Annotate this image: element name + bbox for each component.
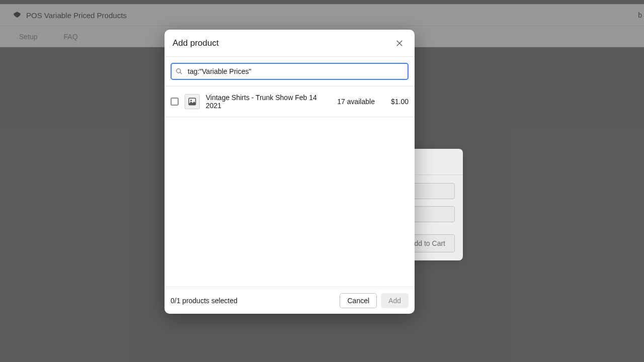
product-name: Vintage Shirts - Trunk Show Feb 14 2021 [206,94,331,110]
image-placeholder-icon [188,97,197,106]
product-availability: 17 available [337,98,375,106]
selected-count: 0/1 products selected [171,297,237,305]
search-wrapper [171,63,409,80]
search-input[interactable] [171,63,409,80]
svg-point-2 [177,69,181,73]
product-thumbnail [185,94,200,109]
footer-buttons: Cancel Add [340,293,409,308]
close-button[interactable] [392,36,407,50]
product-price: $1.00 [391,98,409,106]
modal-search-section [165,57,415,86]
modal-title: Add product [173,38,219,48]
close-icon [395,39,404,48]
cancel-button[interactable]: Cancel [340,293,377,308]
svg-line-3 [180,72,182,74]
add-button[interactable]: Add [381,293,409,308]
product-row[interactable]: Vintage Shirts - Trunk Show Feb 14 2021 … [165,86,415,117]
modal-body [165,117,415,287]
modal-header: Add product [165,30,415,57]
add-product-modal: Add product V [165,30,415,314]
search-icon [176,67,184,75]
svg-point-5 [190,100,192,101]
modal-footer: 0/1 products selected Cancel Add [165,287,415,314]
product-checkbox[interactable] [171,98,179,106]
